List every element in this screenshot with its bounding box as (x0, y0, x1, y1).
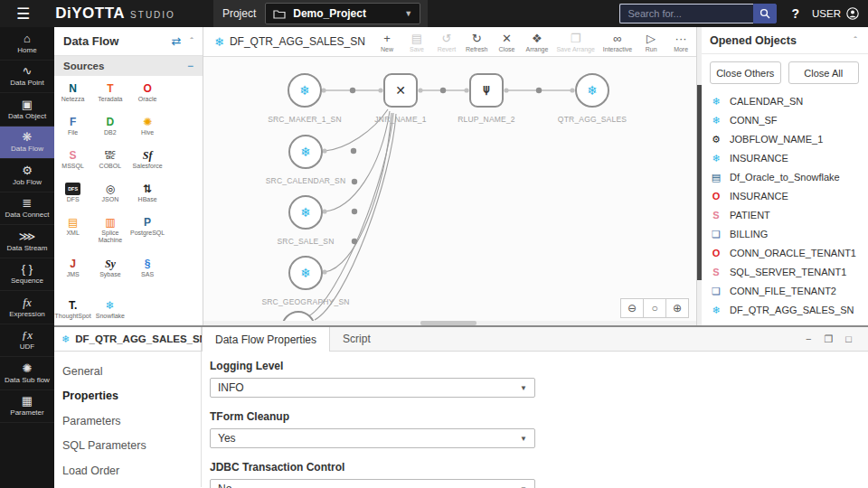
opened-object-item[interactable]: ❏ BILLING (710, 224, 868, 243)
opened-object-item[interactable]: O CONN_ORACLE_TENANT1 (710, 243, 868, 262)
project-dropdown[interactable]: Demo_Project ▼ (265, 3, 420, 24)
source-connector-item[interactable]: S MSSQL (54, 144, 91, 177)
toolbar-button[interactable]: ❐ Save Arrange (556, 32, 594, 52)
toolbar-button[interactable]: ▷ Run (640, 32, 662, 52)
properties-tab[interactable]: Data Flow Properties (202, 327, 330, 352)
search-button[interactable] (753, 4, 777, 23)
toolbar-button[interactable]: ↺ Revert (436, 32, 458, 52)
zoom-button[interactable]: ⊕ (665, 298, 689, 318)
source-connector-item[interactable]: T. ThoughtSpot (54, 294, 91, 327)
field-select[interactable]: Yes ▼ (210, 428, 535, 448)
zoom-button[interactable]: ⊖ (620, 298, 644, 318)
object-selector-dropdown[interactable]: ❄ DF_QTR_AGG_SALES_SN ▼ (54, 327, 202, 351)
properties-menu-item[interactable]: Properties (54, 384, 201, 409)
field-select[interactable]: No ▼ (210, 479, 535, 488)
node-src-sale[interactable]: ❄ (288, 195, 323, 230)
toolbar-button[interactable]: ▤ Save (406, 32, 428, 52)
source-connector-icon: F (70, 116, 76, 128)
source-connector-item[interactable]: ◎ JSON (91, 177, 128, 211)
source-connector-item[interactable]: ▥ Splice Machine (91, 211, 128, 252)
properties-menu-item[interactable]: Load Order (54, 458, 201, 483)
source-connector-label: COBOL (99, 163, 122, 170)
search-input[interactable] (619, 4, 753, 23)
window-control-icon[interactable]: − (806, 334, 811, 344)
field-select[interactable]: INFO ▼ (210, 378, 535, 398)
user-menu[interactable]: USER (812, 7, 859, 20)
dataflow-tab[interactable]: ❄ DF_QTR_AGG_SALES_SN (203, 27, 376, 56)
properties-tab[interactable]: Script (330, 327, 383, 351)
zoom-button[interactable]: ○ (643, 298, 666, 318)
opened-object-item[interactable]: ❄ INSURANCE (710, 148, 868, 167)
properties-menu-item[interactable]: SQL Parameters (54, 434, 201, 459)
sidebar-item[interactable]: ▣ Data Object (0, 93, 54, 127)
toolbar-button[interactable]: + New (376, 32, 398, 52)
node-src-calendar[interactable]: ❄ (288, 135, 323, 169)
node-src-geography[interactable]: ❄ (288, 256, 323, 290)
opened-object-item[interactable]: ❄ CONN_SF (710, 110, 868, 129)
sidebar-item[interactable]: ⋙ Data Stream (0, 225, 54, 258)
sidebar-item[interactable]: ❋ Data Flow (0, 127, 54, 160)
source-connector-item[interactable]: DFS DFS (54, 177, 91, 211)
sidebar-item[interactable]: { } Sequence (0, 258, 54, 292)
sources-section-header[interactable]: Sources − (54, 56, 203, 77)
source-connector-item[interactable]: P PostgreSQL (129, 211, 166, 252)
opened-object-item[interactable]: ❄ CALENDAR_SN (710, 91, 868, 110)
panel-resize-handle[interactable] (54, 325, 868, 327)
vertical-scrollbar[interactable] (697, 27, 702, 325)
toolbar-button[interactable]: ∞ Interactive (603, 32, 632, 52)
node-joiner[interactable]: ✕ (383, 73, 418, 108)
node-src-maker[interactable]: ❄ (288, 73, 322, 108)
properties-menu-item[interactable]: Parameters (54, 408, 201, 434)
source-connector-item[interactable]: ✺ Hive (129, 110, 166, 144)
source-connector-item[interactable]: Sy Sybase (91, 252, 128, 286)
toolbar-button[interactable]: ··· More (670, 32, 692, 52)
window-control-icon[interactable]: ❐ (824, 334, 833, 344)
source-connector-item[interactable]: J JMS (54, 252, 91, 294)
source-connector-icon: ◎ (106, 183, 115, 195)
source-connector-item[interactable]: ⇅ HBase (129, 177, 166, 211)
sidebar-item[interactable]: ≣ Data Connect (0, 192, 54, 226)
project-section: Project Demo_Project ▼ (213, 0, 428, 27)
source-connector-item[interactable]: F File (54, 110, 91, 144)
sidebar-item[interactable]: ▦ Parameter (0, 390, 54, 424)
opened-object-item[interactable]: S PATIENT (710, 205, 868, 224)
collapse-chevron-icon[interactable]: ˆ (190, 36, 193, 47)
source-connector-item[interactable]: § SAS (129, 252, 166, 286)
opened-object-item[interactable]: ❄ DF_QTR_AGG_SALES_SN (710, 300, 868, 319)
node-rollup[interactable]: ⋔ (469, 73, 504, 108)
toolbar-button[interactable]: ✕ Close (495, 32, 517, 52)
source-connector-item[interactable]: Sf Salesforce (129, 144, 166, 177)
source-connector-item[interactable]: EBC DIC COBOL (91, 144, 128, 177)
close-all-button[interactable]: Close All (788, 61, 860, 84)
source-connector-item[interactable]: T Teradata (91, 77, 128, 110)
hamburger-menu-icon[interactable]: ☰ (16, 5, 30, 23)
flow-canvas[interactable]: ❄ SRC_MAKER_1_SN ✕ JNR_NAME_1 ⋔ RLUP_NAM… (203, 57, 696, 321)
opened-object-item[interactable]: ❏ CONN_FILE_TENANT2 (710, 281, 868, 300)
help-button[interactable]: ? (791, 6, 799, 21)
opened-object-item[interactable]: O INSURANCE (710, 186, 868, 205)
source-connector-item[interactable]: N Netezza (54, 77, 91, 110)
opened-object-item[interactable]: S SQL_SERVER_TENANT1 (710, 262, 868, 281)
scrollbar-thumb[interactable] (697, 85, 702, 280)
source-connector-item[interactable]: ❄ Snowflake (91, 294, 128, 327)
sidebar-item[interactable]: ∿ Data Point (0, 61, 54, 94)
sidebar-item[interactable]: ⚙ Job Flow (0, 159, 54, 192)
node-target-qtr[interactable]: ❄ (575, 73, 609, 108)
sidebar-item[interactable]: fx Expression (0, 291, 54, 324)
toolbar-button[interactable]: ❖ Arrange (525, 32, 548, 52)
sidebar-item[interactable]: ✺ Data Sub flow (0, 357, 54, 390)
source-connector-item[interactable]: O Oracle (129, 77, 166, 110)
sidebar-item-icon: ⋙ (19, 230, 36, 243)
sidebar-item[interactable]: ⌂ Home (0, 27, 54, 61)
opened-object-item[interactable]: ⚙ JOBFLOW_NAME_1 (710, 129, 868, 148)
source-connector-item[interactable]: D DB2 (91, 110, 128, 144)
opened-object-item[interactable]: ▤ Df_Oracle_to_Snowflake (710, 167, 868, 186)
toolbar-button[interactable]: ↻ Refresh (466, 32, 488, 52)
swap-icon[interactable]: ⇄ (171, 34, 181, 48)
window-control-icon[interactable]: □ (845, 334, 852, 344)
sidebar-item[interactable]: ƒx UDF (0, 324, 54, 358)
collapse-chevron-icon[interactable]: ˆ (854, 35, 857, 46)
properties-menu-item[interactable]: General (54, 359, 201, 384)
close-others-button[interactable]: Close Others (710, 61, 781, 84)
source-connector-item[interactable]: ▤ XML (54, 211, 91, 252)
